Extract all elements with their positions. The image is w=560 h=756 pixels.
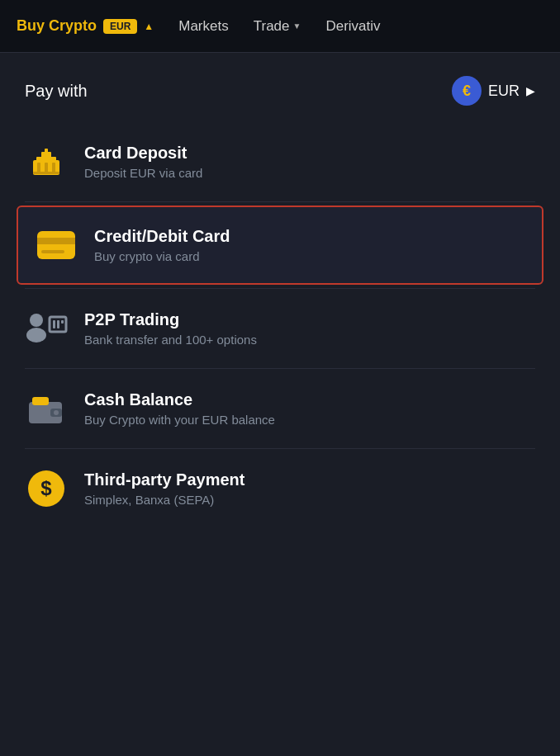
nav-trade[interactable]: Trade ▼ [254,18,301,35]
svg-point-8 [30,314,43,327]
svg-rect-12 [57,320,59,328]
currency-circle-icon: € [452,76,482,106]
payment-option-cash-balance[interactable]: Cash Balance Buy Crypto with your EUR ba… [0,369,560,448]
svg-rect-6 [45,163,48,172]
svg-rect-3 [45,149,48,153]
svg-rect-5 [37,163,40,172]
svg-rect-13 [61,320,64,324]
pay-with-label: Pay with [25,82,88,101]
nav-derivatives-label: Derivativ [325,18,380,35]
svg-rect-2 [41,152,51,158]
third-party-title: Third-party Payment [84,470,244,489]
cash-balance-text: Cash Balance Buy Crypto with your EUR ba… [84,390,275,427]
divider-1 [25,201,535,202]
p2p-subtitle: Bank transfer and 100+ options [84,333,257,347]
p2p-title: P2P Trading [84,310,257,329]
payment-option-card-deposit[interactable]: Card Deposit Deposit EUR via card [0,122,560,201]
currency-text: EUR [488,83,520,100]
card-deposit-text: Card Deposit Deposit EUR via card [84,144,202,180]
credit-card-icon-wrapper [35,224,78,267]
p2p-icon [25,310,68,347]
third-party-icon-wrapper: $ [25,467,68,510]
nav-trade-label: Trade [254,18,290,35]
card-icon [37,231,75,259]
svg-point-17 [54,410,59,415]
pay-with-header: Pay with € EUR ▶ [0,53,560,122]
currency-arrow-icon: ▶ [526,84,535,97]
cash-balance-title: Cash Balance [84,390,275,409]
wallet-icon [26,390,67,427]
third-party-subtitle: Simplex, Banxa (SEPA) [84,493,244,507]
card-stripe [37,238,75,244]
bank-icon [26,142,66,182]
nav-markets[interactable]: Markets [178,18,228,35]
dollar-circle-icon: $ [28,470,64,507]
nav-currency-badge: EUR [103,19,137,34]
cash-balance-icon-wrapper [25,387,68,430]
card-deposit-title: Card Deposit [84,144,202,163]
svg-point-9 [26,328,46,343]
card-deposit-icon-wrapper [25,140,68,183]
buy-crypto-label: Buy Crypto [17,17,97,35]
payment-option-p2p-trading[interactable]: P2P Trading Bank transfer and 100+ optio… [0,289,560,368]
svg-rect-15 [32,397,49,405]
cash-balance-subtitle: Buy Crypto with your EUR balance [84,413,275,427]
p2p-icon-wrapper [25,307,68,350]
navigation-bar: Buy Crypto EUR ▲ Markets Trade ▼ Derivat… [0,0,560,53]
credit-card-text: Credit/Debit Card Buy crypto via card [94,227,230,263]
svg-rect-11 [53,320,55,328]
nav-markets-label: Markets [178,18,228,35]
payment-option-credit-debit-card[interactable]: Credit/Debit Card Buy crypto via card [17,206,543,285]
credit-card-subtitle: Buy crypto via card [94,249,230,263]
third-party-text: Third-party Payment Simplex, Banxa (SEPA… [84,470,244,507]
nav-arrow-up-icon: ▲ [144,21,154,32]
card-line [41,250,64,253]
dollar-sign: $ [40,477,51,500]
main-content: Pay with € EUR ▶ [0,53,560,528]
payment-options-list: Card Deposit Deposit EUR via card Credit… [0,122,560,528]
payment-option-third-party[interactable]: $ Third-party Payment Simplex, Banxa (SE… [0,449,560,528]
svg-rect-7 [52,163,55,172]
nav-derivatives[interactable]: Derivativ [325,18,380,35]
credit-card-title: Credit/Debit Card [94,227,230,246]
buy-crypto-nav[interactable]: Buy Crypto EUR ▲ [17,17,154,35]
trade-dropdown-icon: ▼ [293,21,301,31]
currency-symbol: € [463,83,471,100]
card-deposit-subtitle: Deposit EUR via card [84,166,202,180]
currency-selector[interactable]: € EUR ▶ [452,76,535,106]
p2p-text: P2P Trading Bank transfer and 100+ optio… [84,310,257,347]
